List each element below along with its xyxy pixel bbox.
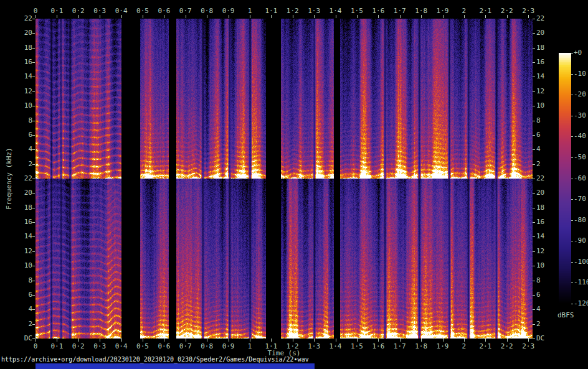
time-tick-label: 1·8 bbox=[410, 342, 432, 350]
time-tick bbox=[57, 339, 57, 342]
time-tick-label: 0·9 bbox=[218, 342, 239, 350]
freq-tick bbox=[533, 164, 535, 165]
freq-tick bbox=[32, 179, 35, 179]
time-tick-label: 0·2 bbox=[68, 342, 89, 350]
time-tick-label: 0·5 bbox=[132, 7, 153, 15]
time-tick bbox=[229, 339, 229, 342]
time-tick-label: 0·6 bbox=[153, 342, 174, 350]
freq-tick-label: 4 bbox=[11, 145, 32, 153]
freq-tick-label: 4 bbox=[536, 305, 557, 313]
freq-tick-label: 14 bbox=[536, 232, 557, 240]
time-tick bbox=[314, 15, 315, 18]
freq-tick-label: 20 bbox=[11, 29, 32, 37]
freq-tick-label: 22 bbox=[536, 174, 557, 182]
time-tick-label: 0·5 bbox=[132, 342, 153, 350]
freq-tick bbox=[32, 48, 35, 49]
time-tick-label: 0·6 bbox=[153, 7, 174, 15]
time-tick-label: 2·1 bbox=[475, 342, 496, 350]
time-tick bbox=[207, 339, 207, 342]
freq-tick-label: 4 bbox=[536, 145, 557, 153]
freq-axis-title: Frequency (kHz) bbox=[5, 147, 13, 209]
freq-tick bbox=[32, 339, 35, 339]
freq-tick bbox=[533, 48, 535, 49]
dbfs-tick-label: -40 bbox=[574, 132, 588, 140]
time-tick bbox=[207, 15, 207, 18]
dbfs-tick bbox=[571, 136, 573, 137]
time-tick bbox=[443, 15, 443, 18]
dbfs-tick-label: -120 bbox=[574, 299, 588, 307]
freq-tick-label: 10 bbox=[536, 101, 557, 110]
time-tick bbox=[421, 15, 422, 18]
time-tick bbox=[186, 339, 186, 342]
time-tick bbox=[528, 339, 529, 342]
time-tick bbox=[464, 15, 465, 18]
spectrogram-canvas bbox=[36, 19, 533, 339]
time-tick-label: 0 bbox=[25, 342, 46, 350]
time-tick-label: 0·7 bbox=[175, 7, 196, 15]
freq-tick bbox=[32, 193, 35, 194]
freq-tick-label: 8 bbox=[536, 116, 557, 124]
time-tick bbox=[164, 339, 164, 342]
freq-tick-label: 20 bbox=[11, 189, 32, 197]
time-tick bbox=[507, 339, 508, 342]
dbfs-tick-label: -80 bbox=[574, 216, 588, 224]
time-tick-label: 2·2 bbox=[496, 342, 518, 350]
freq-tick-label: 10 bbox=[536, 261, 557, 269]
time-tick-label: 2·3 bbox=[518, 7, 539, 15]
freq-tick bbox=[533, 62, 535, 63]
time-tick-label: 0·4 bbox=[111, 342, 132, 350]
freq-tick-label: 18 bbox=[11, 203, 32, 212]
freq-tick-label: 16 bbox=[536, 218, 557, 226]
dbfs-tick-label: +0 bbox=[574, 49, 588, 57]
freq-tick-label: 8 bbox=[536, 276, 557, 284]
freq-tick bbox=[32, 121, 35, 121]
freq-tick bbox=[533, 208, 535, 208]
freq-tick-label: 18 bbox=[536, 44, 557, 52]
dbfs-tick bbox=[571, 179, 573, 179]
time-tick-label: 1·9 bbox=[432, 342, 453, 350]
colorbar-title: dBFS bbox=[557, 311, 574, 319]
time-tick bbox=[250, 339, 250, 342]
time-tick bbox=[464, 339, 465, 342]
freq-tick-label: 2 bbox=[536, 160, 557, 168]
time-tick-label: 1·4 bbox=[325, 7, 346, 15]
freq-tick-label: 16 bbox=[536, 58, 557, 66]
dbfs-tick-label: -50 bbox=[574, 153, 588, 161]
dbfs-tick bbox=[571, 53, 573, 54]
freq-tick-label: 20 bbox=[536, 189, 557, 197]
time-tick bbox=[378, 339, 379, 342]
freq-tick-label: 8 bbox=[11, 276, 32, 284]
freq-tick-label: DC bbox=[536, 334, 557, 342]
freq-tick bbox=[533, 135, 535, 136]
time-tick-label: 0·3 bbox=[89, 7, 110, 15]
time-tick-label: 1·3 bbox=[303, 342, 325, 350]
dbfs-tick bbox=[571, 74, 573, 75]
time-tick bbox=[485, 15, 486, 18]
freq-tick bbox=[533, 193, 535, 194]
time-tick-label: 1·6 bbox=[368, 342, 389, 350]
time-tick bbox=[400, 15, 401, 18]
file-url-text[interactable]: https://archive•org/download/20230120_20… bbox=[1, 356, 309, 363]
time-tick bbox=[507, 15, 508, 18]
time-tick bbox=[100, 15, 100, 18]
freq-tick bbox=[32, 106, 35, 106]
time-tick bbox=[121, 15, 122, 18]
dbfs-tick bbox=[571, 262, 573, 263]
freq-tick bbox=[533, 149, 535, 150]
time-tick bbox=[78, 15, 79, 18]
freq-tick-label: 6 bbox=[536, 291, 557, 299]
time-tick-label: 1·7 bbox=[389, 7, 410, 15]
time-tick-label: 1·8 bbox=[410, 7, 432, 15]
colorbar-gradient bbox=[559, 53, 571, 304]
time-tick bbox=[143, 15, 143, 18]
freq-tick bbox=[32, 62, 35, 63]
freq-tick-label: DC bbox=[11, 334, 32, 342]
dbfs-tick bbox=[571, 283, 573, 283]
time-tick bbox=[271, 339, 272, 342]
time-tick-label: 2 bbox=[453, 7, 475, 15]
dbfs-tick bbox=[571, 304, 573, 304]
time-tick-label: 1·9 bbox=[432, 7, 453, 15]
freq-tick bbox=[32, 164, 35, 165]
time-tick bbox=[357, 15, 358, 18]
freq-tick bbox=[32, 91, 35, 92]
